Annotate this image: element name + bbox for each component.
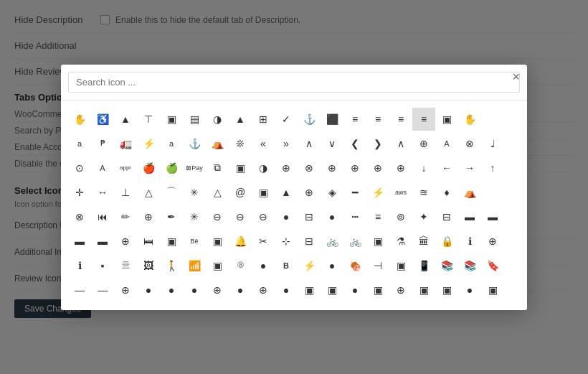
icon-cell[interactable]: ▣: [366, 230, 389, 253]
icon-cell[interactable]: A: [435, 132, 458, 155]
icon-cell[interactable]: ▣: [412, 279, 435, 301]
icon-cell[interactable]: 📚: [435, 254, 458, 277]
icon-cell[interactable]: ♩: [481, 132, 504, 155]
icon-cell[interactable]: ▬: [91, 230, 114, 253]
icon-cell[interactable]: ∧: [389, 132, 412, 155]
icon-cell[interactable]: 🔖: [481, 254, 504, 277]
icon-cell[interactable]: ♿: [91, 108, 114, 131]
icon-cell[interactable]: ⊕: [389, 279, 412, 301]
icon-cell[interactable]: ✦: [412, 205, 435, 228]
icon-search-input[interactable]: [68, 72, 520, 93]
icon-cell[interactable]: ⊟: [298, 205, 321, 228]
icon-cell[interactable]: ▣: [435, 279, 458, 301]
icon-cell[interactable]: ▣: [206, 254, 229, 277]
icon-cell[interactable]: ✓: [275, 108, 298, 131]
icon-cell[interactable]: ⊕: [137, 205, 160, 228]
icon-cell[interactable]: ●: [275, 279, 298, 301]
icon-cell[interactable]: △: [137, 181, 160, 204]
icon-cell[interactable]: ⬛: [321, 108, 343, 131]
icon-cell[interactable]: ▬: [68, 230, 91, 253]
icon-cell[interactable]: ⊹: [275, 230, 298, 253]
icon-cell[interactable]: ▣: [435, 108, 458, 131]
icon-cell[interactable]: ↔: [91, 181, 114, 204]
icon-cell[interactable]: ←: [435, 156, 458, 179]
icon-cell[interactable]: 🛏: [137, 230, 160, 253]
icon-cell[interactable]: ⊕: [321, 156, 343, 179]
icon-cell[interactable]: 🚲: [343, 230, 366, 253]
icon-cell[interactable]: ⊥: [114, 181, 137, 204]
icon-cell[interactable]: —: [91, 279, 114, 301]
icon-cell[interactable]: «: [252, 132, 275, 155]
icon-cell[interactable]: 🖼: [137, 254, 160, 277]
icon-cell[interactable]: ▣: [160, 230, 183, 253]
icon-cell[interactable]: ●: [321, 254, 343, 277]
icon-cell[interactable]: ⊣: [366, 254, 389, 277]
icon-cell[interactable]: ⚓: [183, 132, 206, 155]
icon-cell[interactable]: B: [275, 254, 298, 277]
icon-cell[interactable]: ▲: [229, 108, 252, 131]
icon-cell[interactable]: 📱: [412, 254, 435, 277]
icon-cell[interactable]: ●: [321, 205, 343, 228]
icon-cell[interactable]: ⛺: [206, 132, 229, 155]
icon-cell[interactable]: ⊕: [412, 132, 435, 155]
icon-cell[interactable]: ▣: [321, 279, 343, 301]
icon-cell[interactable]: ⊖: [252, 205, 275, 228]
icon-cell[interactable]: 🔒: [435, 230, 458, 253]
icon-cell[interactable]: ⌒: [160, 181, 183, 204]
icon-cell[interactable]: ▣: [366, 279, 389, 301]
icon-cell[interactable]: ♦: [435, 181, 458, 204]
icon-cell[interactable]: ≡: [412, 108, 435, 131]
icon-cell[interactable]: ●: [343, 279, 366, 301]
icon-cell[interactable]: aws: [389, 181, 412, 204]
icon-cell[interactable]: ⊕: [252, 279, 275, 301]
icon-cell[interactable]: ⊕: [389, 156, 412, 179]
icon-cell[interactable]: ▲: [275, 181, 298, 204]
icon-cell[interactable]: ✳: [183, 205, 206, 228]
icon-cell[interactable]: ⊕: [114, 279, 137, 301]
icon-cell[interactable]: ⚗: [389, 230, 412, 253]
icon-cell[interactable]: ▣: [389, 254, 412, 277]
icon-cell[interactable]: ⧉: [206, 156, 229, 179]
icon-cell[interactable]: ⊞: [252, 108, 275, 131]
icon-cell[interactable]: ✂: [252, 230, 275, 253]
icon-cell[interactable]: ∨: [321, 132, 343, 155]
icon-cell[interactable]: ℹ: [68, 254, 91, 277]
icon-cell[interactable]: »: [275, 132, 298, 155]
icon-cell[interactable]: ⊙: [68, 156, 91, 179]
icon-cell[interactable]: 🏛: [412, 230, 435, 253]
icon-cell[interactable]: 🚲: [321, 230, 343, 253]
icon-cell[interactable]: ●: [160, 279, 183, 301]
icon-cell[interactable]: ⊚: [389, 205, 412, 228]
icon-cell[interactable]: a: [160, 132, 183, 155]
icon-cell[interactable]: a: [68, 132, 91, 155]
icon-cell[interactable]: ▲: [114, 108, 137, 131]
icon-cell[interactable]: ≡: [343, 108, 366, 131]
icon-cell[interactable]: ▬: [458, 205, 481, 228]
icon-cell[interactable]: ℹ: [458, 230, 481, 253]
icon-cell[interactable]: appr: [114, 156, 137, 179]
icon-cell[interactable]: Bē: [183, 230, 206, 253]
icon-cell[interactable]: ⊖: [206, 205, 229, 228]
icon-cell[interactable]: @: [229, 181, 252, 204]
icon-cell[interactable]: ◑: [252, 156, 275, 179]
icon-cell[interactable]: ▣: [298, 279, 321, 301]
icon-cell[interactable]: ▣: [206, 230, 229, 253]
icon-cell[interactable]: ✋: [68, 108, 91, 131]
icon-cell[interactable]: ●: [252, 254, 275, 277]
icon-cell[interactable]: ▤: [183, 108, 206, 131]
icon-cell[interactable]: ⊟: [435, 205, 458, 228]
icon-cell[interactable]: ▬: [481, 205, 504, 228]
icon-cell[interactable]: ◑: [206, 108, 229, 131]
icon-cell[interactable]: 🍖: [343, 254, 366, 277]
icon-cell[interactable]: ⊗: [298, 156, 321, 179]
icon-cell[interactable]: 📚: [458, 254, 481, 277]
icon-cell[interactable]: ✳: [183, 181, 206, 204]
icon-cell[interactable]: ⚡: [298, 254, 321, 277]
icon-cell[interactable]: ⊕: [114, 230, 137, 253]
icon-cell[interactable]: ⊗: [458, 132, 481, 155]
modal-close-button[interactable]: ×: [512, 70, 520, 83]
icon-cell[interactable]: ↓: [412, 156, 435, 179]
icon-cell[interactable]: ❊: [229, 132, 252, 155]
icon-cell[interactable]: ✛: [68, 181, 91, 204]
icon-cell[interactable]: ⚓: [298, 108, 321, 131]
